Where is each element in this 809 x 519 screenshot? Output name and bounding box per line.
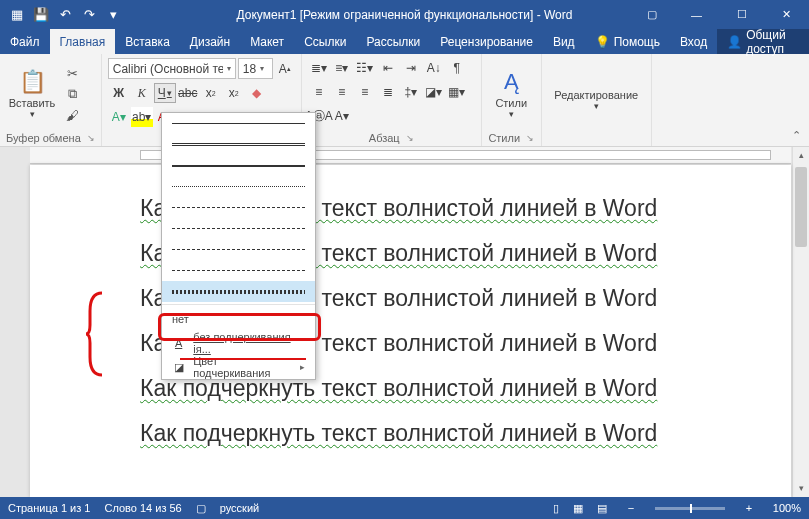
editing-button[interactable]: Редактирование ▾ (548, 58, 645, 142)
align-left-button[interactable]: ≡ (308, 82, 330, 102)
ribbon: 📋 Вставить ▾ ✂ ⧉ 🖌 Буфер обмена ↘ Calibr… (0, 54, 809, 147)
asian-layout-button[interactable]: A▾ (331, 106, 353, 126)
zoom-out-button[interactable]: − (621, 502, 641, 514)
align-right-button[interactable]: ≡ (354, 82, 376, 102)
underline-none[interactable]: нет (162, 307, 315, 331)
zoom-in-button[interactable]: + (739, 502, 759, 514)
subscript-button[interactable]: x2 (200, 83, 222, 103)
sort-button[interactable]: A↓ (423, 58, 445, 78)
tab-file[interactable]: Файл (0, 29, 50, 54)
clipboard-launcher[interactable]: ↘ (87, 133, 95, 143)
bold-button[interactable]: Ж (108, 83, 130, 103)
signin-button[interactable]: Вход (670, 29, 717, 54)
clear-formatting-button[interactable]: ◆ (246, 83, 268, 103)
tab-references[interactable]: Ссылки (294, 29, 356, 54)
group-clipboard-label: Буфер обмена (6, 132, 81, 144)
paragraph-launcher[interactable]: ↘ (406, 133, 414, 143)
borders-button[interactable]: ▦▾ (446, 82, 468, 102)
tab-insert[interactable]: Вставка (115, 29, 180, 54)
group-styles-label: Стили (488, 132, 520, 144)
underline-style-double[interactable] (162, 134, 315, 155)
multilevel-button[interactable]: ☷▾ (354, 58, 376, 78)
increase-indent-button[interactable]: ⇥ (400, 58, 422, 78)
underline-none-label: нет (172, 313, 189, 325)
group-styles: Ą Стили ▾ Стили ↘ (482, 54, 542, 146)
status-words[interactable]: Слово 14 из 56 (104, 502, 181, 514)
tab-design[interactable]: Дизайн (180, 29, 240, 54)
underline-style-dash-long[interactable] (162, 218, 315, 239)
underline-more-styles[interactable]: Aбез подчеркивания ія... (162, 331, 315, 355)
copy-button[interactable]: ⧉ (62, 85, 82, 103)
tab-view[interactable]: Вид (543, 29, 585, 54)
tab-layout[interactable]: Макет (240, 29, 294, 54)
undo-button[interactable]: ↶ (54, 4, 76, 26)
underline-style-thick[interactable] (162, 155, 315, 176)
underline-menu: нет Aбез подчеркивания ія... ◪Цвет подче… (161, 112, 316, 380)
underline-style-dotted[interactable] (162, 176, 315, 197)
maximize-button[interactable]: ☐ (719, 0, 764, 29)
chevron-down-icon: ▾ (30, 109, 35, 119)
underline-style-dashed[interactable] (162, 197, 315, 218)
underline-icon: A (172, 337, 185, 349)
quick-access-toolbar: ▦ 💾 ↶ ↷ ▾ (0, 4, 124, 26)
shading-button[interactable]: ◪▾ (423, 82, 445, 102)
collapse-ribbon-button[interactable]: ⌃ (792, 129, 801, 142)
align-center-button[interactable]: ≡ (331, 82, 353, 102)
superscript-button[interactable]: x2 (223, 83, 245, 103)
status-language[interactable]: русский (220, 502, 259, 514)
text-effects-button[interactable]: A▾ (108, 107, 130, 127)
underline-style-single[interactable] (162, 113, 315, 134)
tab-mailings[interactable]: Рассылки (356, 29, 430, 54)
view-print-button[interactable]: ▦ (573, 502, 583, 515)
underline-style-dot-dot-dash[interactable] (162, 260, 315, 281)
italic-button[interactable]: К (131, 83, 153, 103)
vertical-scrollbar[interactable]: ▴ ▾ (792, 147, 809, 497)
underline-color[interactable]: ◪Цвет подчеркивания▸ (162, 355, 315, 379)
grow-font-button[interactable]: A▴ (275, 59, 295, 79)
save-button[interactable]: 💾 (30, 4, 52, 26)
strikethrough-button[interactable]: abc (177, 83, 199, 103)
close-button[interactable]: ✕ (764, 0, 809, 29)
highlight-button[interactable]: ab▾ (131, 107, 153, 127)
color-swatch-icon: ◪ (172, 361, 185, 374)
title-bar: ▦ 💾 ↶ ↷ ▾ Документ1 [Режим ограниченной … (0, 0, 809, 29)
underline-button[interactable]: Ч▾ (154, 83, 176, 103)
paste-button[interactable]: 📋 Вставить ▾ (6, 58, 58, 130)
tab-review[interactable]: Рецензирование (430, 29, 543, 54)
styles-button[interactable]: Ą Стили ▾ (488, 58, 535, 130)
status-page[interactable]: Страница 1 из 1 (8, 502, 90, 514)
show-marks-button[interactable]: ¶ (446, 58, 468, 78)
font-size-combo[interactable]: 18▾ (238, 58, 273, 79)
tab-help[interactable]: 💡 Помощь (585, 29, 670, 54)
underline-style-dot-dash[interactable] (162, 239, 315, 260)
share-button[interactable]: 👤 Общий доступ (717, 29, 809, 54)
font-name-combo[interactable]: Calibri (Основной тек▾ (108, 58, 236, 79)
styles-launcher[interactable]: ↘ (526, 133, 534, 143)
scroll-up-button[interactable]: ▴ (793, 147, 809, 164)
underline-style-wavy[interactable] (162, 281, 315, 302)
justify-button[interactable]: ≣ (377, 82, 399, 102)
numbering-button[interactable]: ≡▾ (331, 58, 353, 78)
view-read-button[interactable]: ▯ (553, 502, 559, 515)
zoom-level[interactable]: 100% (773, 502, 801, 514)
window-title: Документ1 [Режим ограниченной функционал… (237, 8, 573, 22)
scroll-down-button[interactable]: ▾ (793, 480, 809, 497)
zoom-slider[interactable] (655, 507, 725, 510)
view-web-button[interactable]: ▤ (597, 502, 607, 515)
bullets-button[interactable]: ≣▾ (308, 58, 330, 78)
document-page[interactable]: Как подчеркнуть текст волнистой линией в… (30, 165, 791, 497)
line-spacing-button[interactable]: ‡▾ (400, 82, 422, 102)
format-painter-button[interactable]: 🖌 (62, 106, 82, 124)
styles-label: Стили (495, 97, 527, 109)
ribbon-options-button[interactable]: ▢ (629, 0, 674, 29)
text-line[interactable]: Как подчеркнуть текст волнистой линией в… (140, 420, 681, 447)
scroll-thumb[interactable] (795, 167, 807, 247)
decrease-indent-button[interactable]: ⇤ (377, 58, 399, 78)
redo-button[interactable]: ↷ (78, 4, 100, 26)
minimize-button[interactable]: — (674, 0, 719, 29)
horizontal-ruler[interactable] (30, 147, 791, 164)
qat-customize[interactable]: ▾ (102, 4, 124, 26)
tab-home[interactable]: Главная (50, 29, 116, 54)
cut-button[interactable]: ✂ (62, 64, 82, 82)
status-proofing-icon[interactable]: ▢ (196, 502, 206, 515)
